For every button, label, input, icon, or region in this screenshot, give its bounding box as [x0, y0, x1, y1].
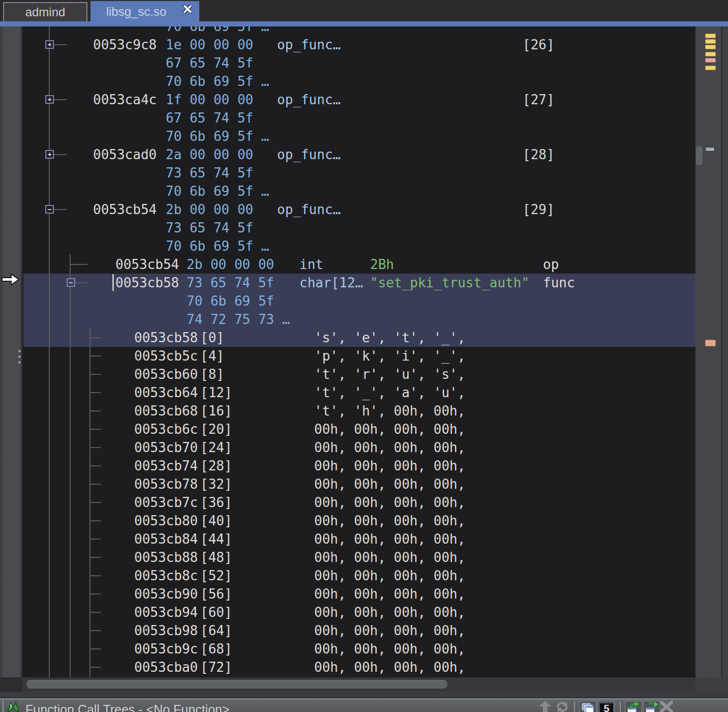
struct-row[interactable]: 73 65 74 5f — [0, 219, 695, 237]
collapse-icon[interactable] — [67, 278, 75, 287]
yellow-nav-mark[interactable] — [705, 45, 716, 49]
struct-row[interactable]: 0053cba0[72]00h, 00h, 00h, 00h, — [0, 658, 695, 676]
struct-row[interactable]: 0053cad02a 00 00 00op_func…[28] — [0, 145, 695, 164]
mouse-cursor — [1, 273, 20, 286]
struct-row[interactable]: 0053cb7c[36]00h, 00h, 00h, 00h, — [0, 493, 695, 512]
struct-row[interactable]: 0053cb84[44]00h, 00h, 00h, 00h, — [0, 530, 695, 548]
addr-cell: 0053cb74 — [134, 457, 198, 475]
values-cell: 't', 'h', 00h, 00h, — [314, 402, 465, 420]
struct-row[interactable]: 74 72 75 73 … — [0, 310, 695, 329]
struct-row[interactable]: 0053cb94[60]00h, 00h, 00h, 00h, — [0, 603, 695, 621]
struct-row[interactable]: 0053cb68[16]'t', 'h', 00h, 00h, — [0, 402, 695, 420]
struct-row[interactable]: 0053cb542b 00 00 00int2Bhop — [0, 255, 695, 274]
struct-row[interactable]: 70 6b 69 5f … — [0, 182, 695, 200]
hex-cell: 2b 00 00 00 — [187, 255, 274, 274]
horizontal-scrollbar-thumb[interactable] — [26, 680, 447, 689]
struct-row[interactable]: 0053cb60[8]'t', 'r', 'u', 's', — [0, 365, 695, 383]
app-window: admind libsg_sc.so ✕ 70 6b 69 5f …0053c9… — [0, 0, 728, 712]
attach-window-icon[interactable] — [643, 701, 660, 712]
addr-cell: 0053cb5c — [134, 347, 198, 365]
hex-cell: 70 6b 69 5f … — [166, 237, 269, 255]
panel-title: Function Call Trees - <No Function> — [25, 702, 230, 712]
position-indicator[interactable] — [705, 147, 715, 152]
minimap-rail — [695, 26, 728, 677]
window-count-box[interactable]: 5 — [597, 701, 615, 712]
horizontal-scrollbar[interactable] — [0, 677, 728, 692]
struct-row[interactable]: 70 6b 69 5f … — [0, 72, 695, 91]
addr-cell: 0053cb54 — [115, 255, 179, 274]
nav-up-icon[interactable] — [538, 700, 552, 712]
hex-cell: 70 6b 69 5f … — [166, 127, 269, 145]
struct-row[interactable]: 0053cb74[28]00h, 00h, 00h, 00h, — [0, 457, 695, 475]
collapse-icon[interactable] — [45, 205, 54, 214]
struct-row[interactable]: 73 65 74 5f — [0, 164, 695, 182]
struct-row[interactable]: 0053cb5873 65 74 5fchar[12…"set_pki_trus… — [0, 274, 695, 292]
struct-row[interactable]: 0053cb90[56]00h, 00h, 00h, 00h, — [0, 585, 695, 603]
yellow-nav-mark[interactable] — [705, 52, 716, 56]
struct-row[interactable]: 70 6b 69 5f … — [0, 26, 695, 36]
yellow-nav-mark[interactable] — [705, 66, 716, 70]
struct-row[interactable]: 67 65 74 5f — [0, 109, 695, 127]
text-caret — [112, 274, 114, 291]
struct-row[interactable]: 70 6b 69 5f — [0, 292, 695, 310]
addr-cell: 0053cb90 — [134, 585, 198, 603]
vertical-scrollbar-thumb[interactable] — [696, 146, 703, 165]
salmon-nav-mark[interactable] — [705, 340, 716, 346]
tab-admind[interactable]: admind — [3, 2, 87, 21]
tab-bar: admind libsg_sc.so ✕ — [0, 0, 728, 21]
struct-row[interactable]: 0053cb58[0]'s', 'e', 't', '_', — [0, 329, 695, 347]
struct-row[interactable]: 0053cb9c[68]00h, 00h, 00h, 00h, — [0, 640, 695, 658]
close-tab-icon[interactable]: ✕ — [181, 3, 194, 16]
struct-row[interactable]: 0053cb98[64]00h, 00h, 00h, 00h, — [0, 621, 695, 640]
hex-cell: 1e 00 00 00 — [166, 36, 253, 54]
detach-window-icon[interactable] — [625, 701, 642, 712]
tab-label: libsg_sc.so — [106, 5, 167, 18]
idx-cell: [32] — [200, 475, 232, 493]
struct-hex-view[interactable]: 70 6b 69 5f …0053c9c81e 00 00 00op_func…… — [0, 26, 728, 677]
struct-row[interactable]: 0053cb542b 00 00 00op_func…[29] — [0, 200, 695, 219]
yellow-nav-mark[interactable] — [705, 34, 716, 38]
pink-nav-mark[interactable] — [705, 58, 716, 63]
idx-cell: [40] — [200, 512, 232, 530]
addr-cell: 0053cb70 — [134, 438, 198, 457]
struct-row[interactable]: 0053cb6c[20]00h, 00h, 00h, 00h, — [0, 420, 695, 438]
type-cell: op_func… — [277, 91, 341, 109]
struct-row[interactable]: 0053cb5c[4]'p', 'k', 'i', '_', — [0, 347, 695, 365]
struct-row[interactable]: 0053cb64[12]'t', '_', 'a', 'u', — [0, 383, 695, 402]
struct-row[interactable]: 70 6b 69 5f … — [0, 237, 695, 255]
expand-icon[interactable] — [45, 150, 54, 159]
expand-icon[interactable] — [45, 95, 54, 104]
struct-row[interactable]: 0053cb70[24]00h, 00h, 00h, 00h, — [0, 438, 695, 457]
addr-cell: 0053cb84 — [134, 530, 198, 548]
struct-row[interactable]: 0053cb88[48]00h, 00h, 00h, 00h, — [0, 548, 695, 567]
struct-row[interactable]: 67 65 74 5f — [0, 54, 695, 72]
tree-connector — [89, 520, 101, 521]
struct-row[interactable]: 0053cb8c[52]00h, 00h, 00h, 00h, — [0, 567, 695, 585]
tree-connector — [89, 429, 101, 430]
type-cell: int — [299, 255, 323, 274]
tree-connector — [89, 539, 101, 540]
hex-cell: 73 65 74 5f — [166, 164, 253, 182]
refresh-icon[interactable] — [555, 700, 569, 712]
addr-cell: 0053cb64 — [134, 383, 198, 402]
struct-row[interactable]: 70 6b 69 5f … — [0, 127, 695, 145]
close-panel-icon[interactable] — [659, 700, 674, 712]
struct-row[interactable]: 0053cb80[40]00h, 00h, 00h, 00h, — [0, 512, 695, 530]
values-cell: 00h, 00h, 00h, 00h, — [314, 530, 465, 548]
struct-row[interactable]: 0053ca4c1f 00 00 00op_func…[27] — [0, 91, 695, 109]
values-cell: 00h, 00h, 00h, 00h, — [314, 493, 465, 512]
yellow-nav-mark[interactable] — [705, 39, 716, 44]
addr-cell: 0053cb80 — [134, 512, 198, 530]
tree-connector — [89, 337, 101, 338]
struct-row[interactable]: 0053c9c81e 00 00 00op_func…[26] — [0, 36, 695, 54]
hex-cell: 70 6b 69 5f … — [166, 26, 269, 36]
struct-row[interactable]: 0053cb78[32]00h, 00h, 00h, 00h, — [0, 475, 695, 493]
toolbar-separator — [620, 701, 621, 712]
values-cell: 00h, 00h, 00h, 00h, — [314, 603, 465, 621]
addr-cell: 0053cb94 — [134, 603, 198, 621]
hex-cell: 73 65 74 5f — [166, 219, 253, 237]
expand-icon[interactable] — [45, 40, 54, 49]
name-cell: op — [543, 255, 559, 274]
values-cell: 00h, 00h, 00h, 00h, — [314, 457, 465, 475]
window-list-icon[interactable] — [579, 701, 596, 712]
